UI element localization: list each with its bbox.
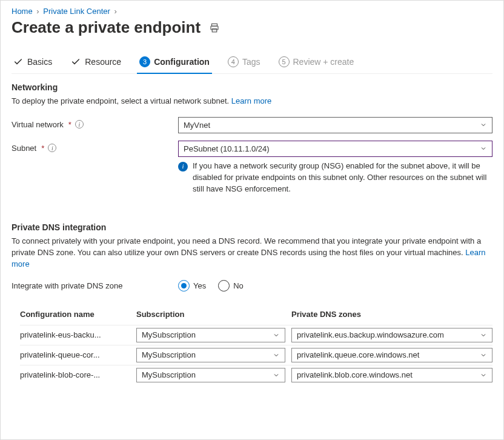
config-name-cell: privatelink-blob-core-... (20, 370, 136, 379)
networking-description: To deploy the private endpoint, select a… (12, 96, 492, 107)
chevron-down-icon (480, 121, 487, 128)
required-asterisk-icon: * (68, 120, 71, 129)
step-number-icon: 3 (139, 56, 150, 67)
nsg-info-text: If you have a network security group (NS… (193, 161, 490, 195)
virtual-network-value: MyVnet (184, 121, 210, 130)
integrate-dns-yes-radio[interactable]: Yes (178, 280, 206, 292)
chevron-down-icon (273, 332, 280, 339)
wizard-tabs: Basics Resource 3 Configuration 4 Tags 5… (12, 53, 492, 74)
dns-heading: Private DNS integration (12, 222, 492, 232)
subscription-value: MySubscription (142, 330, 196, 339)
chevron-down-icon (480, 145, 487, 152)
chevron-down-icon (480, 332, 487, 339)
col-subscription: Subscription (136, 310, 291, 319)
subscription-value: MySubscription (142, 370, 196, 379)
tab-label: Review + create (293, 57, 354, 67)
integrate-dns-label: Integrate with private DNS zone (12, 281, 123, 290)
page-title: Create a private endpoint (12, 18, 201, 37)
subnet-select[interactable]: PeSubnet (10.11.1.0/24) (178, 141, 492, 157)
breadcrumb-sep-icon: › (36, 7, 39, 16)
info-icon[interactable]: i (48, 144, 56, 152)
print-icon[interactable] (209, 22, 220, 33)
subscription-value: MySubscription (142, 350, 196, 359)
required-asterisk-icon: * (41, 144, 44, 153)
chevron-down-icon (480, 372, 487, 379)
tab-label: Tags (242, 57, 260, 67)
chevron-down-icon (273, 352, 280, 359)
integrate-dns-radio-group: Yes No (178, 280, 492, 292)
tab-resource[interactable]: Resource (69, 53, 122, 73)
breadcrumb-home[interactable]: Home (12, 7, 33, 16)
radio-yes-label: Yes (193, 281, 206, 290)
table-row: privatelink-queue-cor... MySubscription … (20, 345, 492, 365)
tab-configuration[interactable]: 3 Configuration (138, 53, 211, 73)
breadcrumb-private-link-center[interactable]: Private Link Center (43, 7, 110, 16)
step-number-icon: 5 (279, 56, 290, 67)
networking-heading: Networking (12, 82, 492, 92)
dns-zone-value: privatelink.blob.core.windows.net (297, 370, 413, 379)
svg-rect-2 (212, 28, 217, 32)
networking-learn-more-link[interactable]: Learn more (231, 96, 271, 105)
table-row: privatelink-eus-backu... MySubscription … (20, 325, 492, 345)
tab-review-create[interactable]: 5 Review + create (277, 53, 356, 73)
dns-desc-text: To connect privately with your private e… (12, 236, 481, 257)
virtual-network-select[interactable]: MyVnet (178, 117, 492, 133)
check-icon (13, 56, 24, 67)
radio-icon (218, 280, 230, 292)
radio-no-label: No (233, 281, 244, 290)
networking-desc-text: To deploy the private endpoint, select a… (12, 96, 231, 105)
dns-zone-value: privatelink.queue.core.windows.net (297, 350, 419, 359)
col-config-name: Configuration name (20, 310, 136, 319)
integrate-dns-no-radio[interactable]: No (218, 280, 244, 292)
dns-zone-value: privatelink.eus.backup.windowsazure.com (297, 330, 444, 339)
tab-tags[interactable]: 4 Tags (227, 53, 262, 73)
dns-zone-select[interactable]: privatelink.eus.backup.windowsazure.com (291, 328, 492, 342)
dns-table: Configuration name Subscription Private … (12, 306, 492, 385)
tab-label: Configuration (154, 57, 210, 67)
dns-zone-select[interactable]: privatelink.queue.core.windows.net (291, 348, 492, 362)
breadcrumb-sep-icon: › (114, 7, 116, 16)
subscription-select[interactable]: MySubscription (136, 348, 285, 362)
subscription-select[interactable]: MySubscription (136, 328, 285, 342)
col-private-dns-zones: Private DNS zones (291, 310, 492, 319)
table-row: privatelink-blob-core-... MySubscription… (20, 365, 492, 385)
dns-zone-select[interactable]: privatelink.blob.core.windows.net (291, 368, 492, 382)
config-name-cell: privatelink-queue-cor... (20, 350, 136, 359)
chevron-down-icon (480, 352, 487, 359)
virtual-network-label: Virtual network (12, 120, 64, 129)
subnet-label: Subnet (12, 144, 36, 153)
step-number-icon: 4 (228, 56, 239, 67)
tab-label: Basics (27, 57, 52, 67)
radio-icon (178, 280, 190, 292)
dns-description: To connect privately with your private e… (12, 236, 492, 270)
check-icon (70, 56, 81, 67)
config-name-cell: privatelink-eus-backu... (20, 330, 136, 339)
info-icon[interactable]: i (75, 120, 84, 128)
tab-basics[interactable]: Basics (12, 53, 53, 73)
breadcrumb: Home › Private Link Center › (12, 7, 492, 16)
subscription-select[interactable]: MySubscription (136, 368, 285, 382)
subnet-value: PeSubnet (10.11.1.0/24) (184, 144, 270, 153)
chevron-down-icon (273, 372, 280, 379)
tab-label: Resource (85, 57, 121, 67)
info-icon: i (178, 162, 188, 172)
